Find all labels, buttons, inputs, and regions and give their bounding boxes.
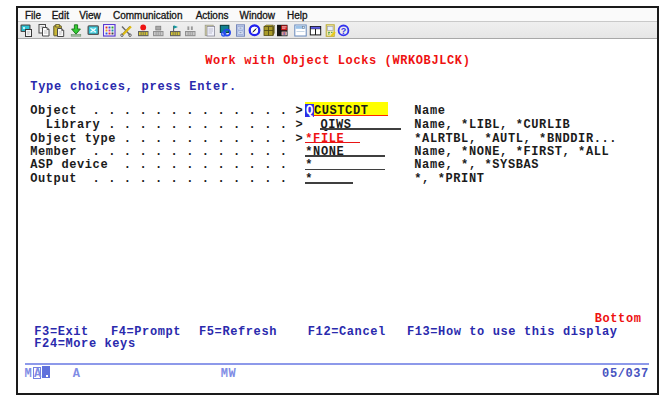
svg-text:?: ? — [341, 26, 347, 36]
